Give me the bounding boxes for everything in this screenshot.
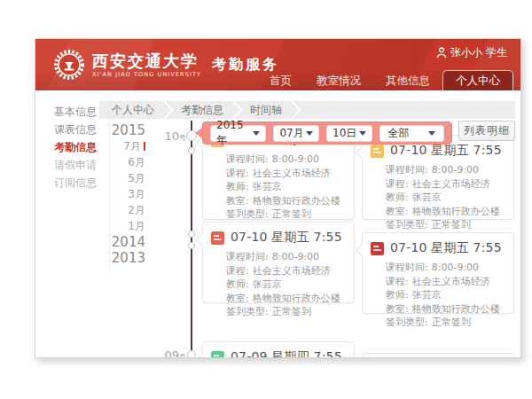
- card-field: 签到类型:正常签到: [386, 316, 506, 330]
- attendance-card: [362, 353, 514, 357]
- chevron-down-icon: [306, 131, 313, 136]
- date-nav-feb[interactable]: 2月: [89, 202, 145, 218]
- header-banner: 西安交通大学 XI'AN JIAO TONG UNIVERSITY 考勤服务 张…: [35, 39, 520, 90]
- card-field: 课程时间:8:00-9:00: [226, 153, 347, 167]
- attendance-card: 07-10 星期五 7:55 课程时间:8:00-9:00 课程:社会主义市场经…: [362, 135, 514, 220]
- attendance-card: 07-09 星期四 7:55: [202, 341, 355, 357]
- card-field: 教师:张芸京: [386, 191, 506, 205]
- date-nav-mar[interactable]: 3月: [89, 186, 145, 202]
- year-select[interactable]: 2015年: [210, 125, 266, 142]
- breadcrumb-personal-center[interactable]: 个人中心: [99, 101, 165, 119]
- nav-item-classrooms[interactable]: 教室情况: [304, 70, 373, 90]
- filter-bar-arrow: [195, 128, 202, 138]
- app-window: 西安交通大学 XI'AN JIAO TONG UNIVERSITY 考勤服务 张…: [35, 38, 521, 358]
- card-field: 课程:社会主义市场经济: [226, 167, 347, 181]
- main-nav: 首页 教室情况 其他信息 个人中心: [257, 70, 513, 90]
- nav-item-home[interactable]: 首页: [257, 70, 304, 90]
- timeline-node: [188, 231, 195, 238]
- event-icon: [211, 231, 224, 245]
- card-field: 教室:格物致知行政办公楼: [226, 194, 347, 208]
- card-field: 教室:格物致知行政办公楼: [386, 302, 506, 317]
- user-info[interactable]: 张小小 学生: [436, 45, 507, 60]
- day-select[interactable]: 10日: [326, 125, 372, 142]
- timeline-node: [187, 350, 196, 357]
- user-role: 学生: [486, 45, 507, 60]
- card-title: 07-09 星期四 7:55: [231, 349, 342, 357]
- list-detail-button[interactable]: 列表明细: [458, 121, 515, 141]
- card-field: 课程时间:8:00-9:00: [226, 250, 347, 264]
- content-area: 基本信息 课表信息 考勤信息 请假申请 订阅信息 个人中心 考勤信息 时间轴 2…: [35, 90, 520, 357]
- card-field: 教师:张芸京: [226, 180, 347, 194]
- chevron-down-icon: [253, 131, 260, 136]
- university-logo-block: 西安交通大学 XI'AN JIAO TONG UNIVERSITY 考勤服务: [53, 39, 279, 90]
- card-field: 课程:社会主义市场经济: [226, 264, 347, 278]
- event-icon: [371, 145, 384, 158]
- active-month-tick: [144, 142, 145, 151]
- card-field: 教室:格物致知行政办公楼: [386, 205, 506, 219]
- day-marker-09: 09号: [149, 348, 186, 357]
- university-name-cn: 西安交通大学: [91, 52, 201, 69]
- nav-item-other-info[interactable]: 其他信息: [373, 70, 442, 90]
- card-field: 课程时间:8:00-9:00: [386, 261, 506, 275]
- filter-bar: 2015年 07月 10日 全部: [202, 121, 452, 145]
- card-field: 课程时间:8:00-9:00: [386, 163, 506, 177]
- breadcrumb: 个人中心 考勤信息 时间轴: [99, 101, 515, 119]
- card-field: 教师:张芸京: [226, 278, 347, 292]
- date-nav-2013[interactable]: 2013: [89, 250, 145, 266]
- date-nav-2014[interactable]: 2014: [89, 234, 145, 250]
- person-icon: [436, 47, 447, 59]
- card-field: 课程:社会主义市场经济: [386, 177, 506, 192]
- date-nav-2015[interactable]: 2015: [89, 122, 145, 138]
- chevron-down-icon: [359, 131, 366, 136]
- date-nav-jul[interactable]: 7月: [89, 138, 145, 154]
- timeline-node: [188, 147, 195, 154]
- university-gear-logo-icon: [53, 49, 85, 81]
- date-nav-jan[interactable]: 1月: [89, 218, 145, 234]
- type-select[interactable]: 全部: [379, 125, 444, 142]
- timeline-axis: [191, 121, 192, 357]
- card-field: 教室:格物致知行政办公楼: [226, 292, 347, 306]
- chevron-down-icon: [428, 131, 435, 136]
- card-field: 课程:社会主义市场经济: [386, 275, 506, 289]
- nav-item-personal-center[interactable]: 个人中心: [442, 70, 513, 90]
- day-marker-10: 10号: [149, 129, 186, 143]
- user-name: 张小小: [450, 45, 482, 60]
- card-title: 07-10 星期五 7:55: [390, 240, 502, 256]
- attendance-card: 07-10 星期五 7:55 课程时间:8:00-9:00 课程:社会主义市场经…: [362, 232, 514, 314]
- card-field: 签到类型:正常签到: [226, 305, 347, 319]
- attendance-card: 07-10 星期五 7:55 课程时间:8:00-9:00 课程:社会主义市场经…: [202, 222, 355, 303]
- card-field: 教师:张芸京: [386, 288, 506, 302]
- card-title: 07-10 星期五 7:55: [231, 230, 342, 246]
- card-title: 07-10 星期五 7:55: [390, 143, 502, 159]
- event-icon: [371, 242, 384, 255]
- card-field: 签到类型:正常签到: [226, 207, 347, 222]
- timeline-node: [188, 242, 195, 249]
- date-nav-may[interactable]: 5月: [89, 170, 145, 186]
- month-select[interactable]: 07月: [273, 125, 319, 142]
- event-icon: [211, 351, 224, 358]
- university-name-en: XI'AN JIAO TONG UNIVERSITY: [92, 71, 201, 78]
- date-nav-jun[interactable]: 6月: [89, 154, 145, 170]
- timeline-date-nav: 2015 7月 6月 5月 3月 2月 1月 2014 2013: [89, 122, 145, 266]
- card-field: 签到类型:正常签到: [386, 218, 506, 232]
- breadcrumb-attendance-info[interactable]: 考勤信息: [165, 101, 234, 119]
- sidebar-item-basic-info[interactable]: 基本信息: [35, 103, 106, 121]
- breadcrumb-filler: [293, 101, 515, 119]
